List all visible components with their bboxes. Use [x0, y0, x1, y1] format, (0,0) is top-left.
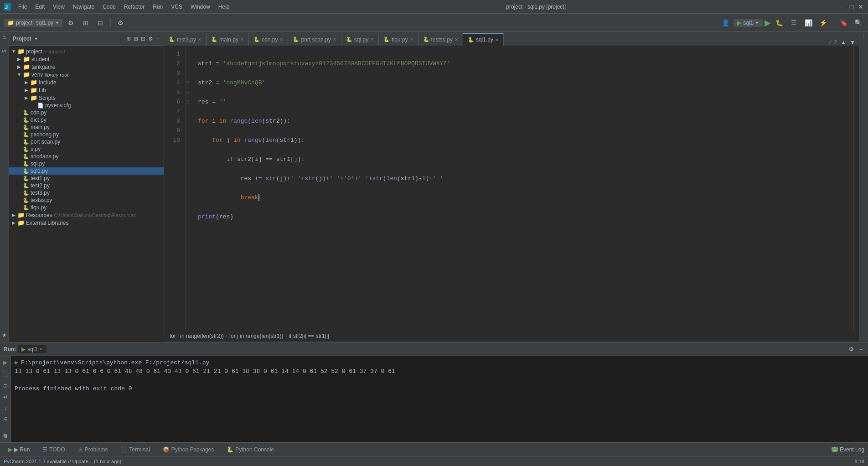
menu-bar[interactable]: File Edit View Navigate Code Refactor Ru… — [15, 3, 233, 11]
tab-close-tiqu[interactable]: ✕ — [410, 37, 413, 42]
tab-sql[interactable]: 🐍 sql.py ✕ — [341, 33, 379, 46]
project-icon[interactable]: P — [2, 36, 7, 39]
bottom-tab-problems[interactable]: ⚠ Problems — [73, 445, 113, 454]
menu-run[interactable]: Run — [149, 3, 166, 11]
tree-item-portscan-py[interactable]: ▶ 🐍 port scan.py — [9, 138, 164, 145]
soft-wrap-btn[interactable]: ↵ — [1, 393, 10, 402]
print-btn[interactable]: 🖨 — [1, 414, 10, 424]
code-content[interactable]: str1 = 'abcdefghijklmnopqrstuvwxyz012345… — [192, 46, 853, 331]
tree-item-main-py[interactable]: ▶ 🐍 main.py — [9, 124, 164, 131]
tree-item-student[interactable]: ▶ 📁 student — [9, 55, 164, 63]
menu-edit[interactable]: Edit — [31, 3, 48, 11]
run-config-tab-close[interactable]: ✕ — [39, 347, 43, 352]
debug-button[interactable]: 🐛 — [773, 16, 785, 29]
project-dropdown-arrow[interactable]: ▼ — [34, 36, 38, 41]
tab-close-main[interactable]: ✕ — [240, 37, 244, 42]
tab-close-sql[interactable]: ✕ — [370, 37, 374, 42]
tab-close-sql1[interactable]: ✕ — [495, 37, 499, 42]
toolbar-gear-btn[interactable]: ⚙ — [114, 16, 127, 29]
minimize-button[interactable]: − — [839, 3, 846, 10]
tab-close-test3[interactable]: ✕ — [198, 37, 202, 42]
structure-icon[interactable]: S — [2, 50, 7, 53]
vcs-btn[interactable]: 👤 — [719, 16, 732, 29]
restore-layout-btn[interactable]: ⊡ — [1, 382, 10, 391]
menu-navigate[interactable]: Navigate — [69, 3, 98, 11]
bottom-tab-terminal[interactable]: ⬛ Terminal — [116, 445, 155, 454]
menu-file[interactable]: File — [15, 3, 31, 11]
panel-close-btn[interactable]: − — [155, 35, 160, 43]
tree-item-pyvenv[interactable]: ▶ 📄 pyvenv.cfg — [9, 102, 164, 109]
panel-collapse-btn[interactable]: ⊟ — [140, 35, 146, 43]
search-everywhere-btn[interactable]: 🔍 — [852, 16, 864, 29]
panel-expand-btn[interactable]: ⊞ — [133, 35, 139, 43]
stop-btn[interactable]: ⬛ — [1, 369, 10, 378]
clear-btn[interactable]: 🗑 — [1, 431, 10, 440]
panel-settings-btn[interactable]: ⚙ — [147, 35, 154, 43]
bottom-tab-python-console[interactable]: 🐍 Python Console — [222, 445, 279, 454]
run-button[interactable]: ▶ — [765, 18, 771, 28]
menu-view[interactable]: View — [49, 3, 68, 11]
tab-main[interactable]: 🐍 main.py ✕ — [207, 33, 249, 46]
run-settings-btn[interactable]: ⚙ — [847, 345, 856, 353]
tree-item-resources[interactable]: ▶ 📁 Resources C:\Users\Sakura\Desktop\Re… — [9, 211, 164, 219]
run-with-coverage[interactable]: ☰ — [787, 16, 800, 29]
concurrency-btn[interactable]: ⚡ — [816, 16, 829, 29]
rerun-btn[interactable]: ▶ — [1, 358, 10, 367]
bottom-tab-python-packages[interactable]: 📦 Python Packages — [158, 445, 218, 454]
tab-tiqu[interactable]: 🐍 tiqu.py ✕ — [379, 33, 418, 46]
tree-item-tankgame[interactable]: ▶ 📁 tankgame — [9, 63, 164, 71]
scroll-to-end-btn[interactable]: ↓ — [1, 404, 10, 413]
tree-item-external-libs[interactable]: ▶ 📁 External Libraries — [9, 219, 164, 227]
breadcrumb-item-3[interactable]: if str2[i] == str1[j] — [289, 333, 329, 339]
toolbar-expand-btn[interactable]: ⊞ — [79, 16, 92, 29]
toolbar-settings-btn[interactable]: ⚙ — [65, 16, 78, 29]
breadcrumb-item-1[interactable]: for i in range(len(str2)) — [170, 333, 224, 339]
bottom-toolbar-event-log[interactable]: 1 Event Log — [832, 446, 864, 453]
tree-item-shodans-py[interactable]: ▶ 🐍 shodans.py — [9, 153, 164, 160]
tree-item-dict-py[interactable]: ▶ 🐍 dict.py — [9, 116, 164, 124]
toolbar-minus-btn[interactable]: − — [129, 16, 142, 29]
tab-test3[interactable]: 🐍 test3.py ✕ — [164, 33, 207, 46]
menu-vcs[interactable]: VCS — [167, 3, 186, 11]
pycharm-update-msg[interactable]: PyCharm 2021.1.3 available // Update... … — [4, 459, 121, 464]
run-close-btn[interactable]: − — [858, 345, 864, 353]
tree-item-sql-py[interactable]: ▶ 🐍 sql.py — [9, 160, 164, 167]
tree-item-test3-py[interactable]: ▶ 🐍 test3.py — [9, 189, 164, 197]
tree-item-test2-py[interactable]: ▶ 🐍 test2.py — [9, 182, 164, 189]
bottom-tab-run[interactable]: ▶ ▶ Run — [4, 445, 34, 454]
bookmark-btn[interactable]: 🔖 — [837, 16, 850, 29]
tab-close-cdn[interactable]: ✕ — [279, 37, 283, 42]
tree-item-test1-py[interactable]: ▶ 🐍 test1.py — [9, 175, 164, 182]
run-configuration[interactable]: ▶ sql1 ▼ — [734, 19, 763, 27]
panel-locate-btn[interactable]: ⊕ — [125, 35, 132, 43]
menu-window[interactable]: Window — [187, 3, 214, 11]
bottom-tab-todo[interactable]: ☰ TODO — [38, 445, 69, 454]
breadcrumb-item-2[interactable]: for j in range(len(str1)) — [229, 333, 284, 339]
tree-item-include[interactable]: ▶ 📁 Include — [9, 78, 164, 86]
tree-item-project-root[interactable]: ▼ 📁 project F:\project — [9, 47, 164, 55]
menu-code[interactable]: Code — [99, 3, 119, 11]
profile-btn[interactable]: 📊 — [802, 16, 815, 29]
project-selector[interactable]: 📁 project sql1.py ▼ — [4, 19, 63, 27]
tab-testss[interactable]: 🐍 testss.py ✕ — [418, 33, 463, 46]
tree-item-tiqu-py[interactable]: ▶ 🐍 tiqu.py — [9, 204, 164, 211]
editor-nav-up[interactable]: ▲ — [841, 39, 846, 46]
favorites-icon[interactable]: ★ — [2, 332, 7, 338]
tab-sql1[interactable]: 🐍 sql1.py ✕ — [463, 33, 504, 46]
menu-help[interactable]: Help — [215, 3, 233, 11]
tab-close-portscan[interactable]: ✕ — [333, 37, 336, 42]
menu-refactor[interactable]: Refactor — [120, 3, 148, 11]
tab-portscan[interactable]: 🐍 port scan.py ✕ — [288, 33, 341, 46]
run-panel-config-tab[interactable]: ▶ sql1 ✕ — [18, 345, 46, 353]
maximize-button[interactable]: □ — [848, 3, 855, 10]
tab-cdn[interactable]: 🐍 cdn.py ✕ — [249, 33, 288, 46]
tab-close-testss[interactable]: ✕ — [455, 37, 458, 42]
tree-item-sql1-py[interactable]: ▶ 🐍 sql1.py — [9, 167, 164, 175]
toolbar-collapse-btn[interactable]: ⊟ — [94, 16, 107, 29]
tree-item-scripts[interactable]: ▶ 📁 Scripts — [9, 94, 164, 102]
tree-item-lib[interactable]: ▶ 📁 Lib — [9, 86, 164, 94]
tree-item-cdn-py[interactable]: ▶ 🐍 cdn.py — [9, 109, 164, 116]
tree-item-pachong-py[interactable]: ▶ 🐍 pachong.py — [9, 131, 164, 138]
tree-item-testss-py[interactable]: ▶ 🐍 testss.py — [9, 197, 164, 204]
tree-item-venv[interactable]: ▼ 📁 venv library root — [9, 71, 164, 78]
